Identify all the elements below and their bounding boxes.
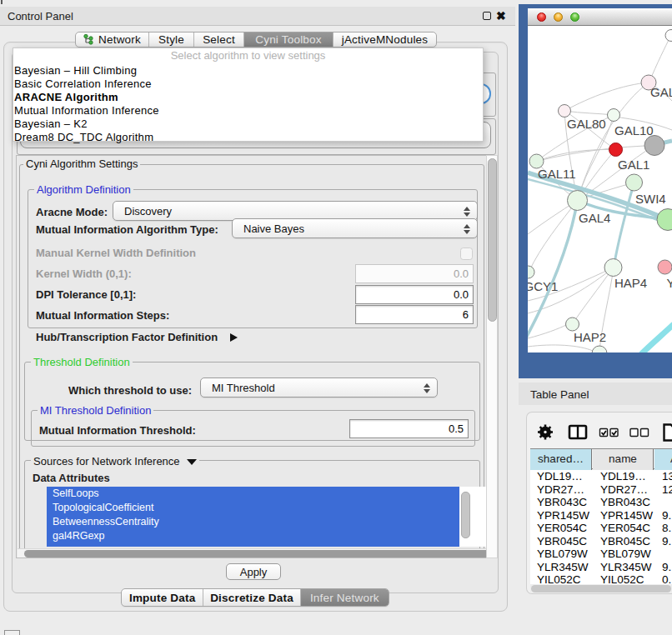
svg-text:GAL1: GAL1 (618, 158, 649, 172)
svg-text:GAL7: GAL7 (650, 85, 672, 99)
svg-text:SWI4: SWI4 (635, 192, 666, 206)
svg-text:GCY1: GCY1 (528, 279, 558, 293)
svg-text:GAL10: GAL10 (614, 123, 654, 138)
svg-text:YM: YM (667, 276, 672, 290)
svg-text:HAP2: HAP2 (574, 330, 606, 344)
svg-text:GAL11: GAL11 (538, 167, 576, 181)
svg-text:HAP4: HAP4 (614, 276, 647, 290)
svg-text:GAL80: GAL80 (567, 117, 606, 131)
svg-text:GAL4: GAL4 (579, 211, 610, 225)
